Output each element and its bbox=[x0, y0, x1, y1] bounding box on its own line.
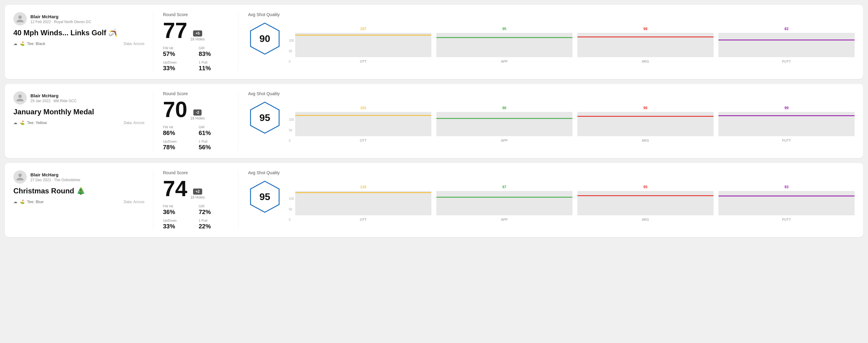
cloud-icon: ☁ bbox=[13, 41, 17, 46]
footer-row-1: ☁ ⛳ Tee: Black Data: Arccos bbox=[13, 41, 145, 46]
oneputt-value-3: 22% bbox=[199, 223, 229, 230]
score-badge-2: -2 18 Holes bbox=[190, 110, 205, 120]
y-label-0: 0 bbox=[289, 139, 294, 142]
gir-value-1: 83% bbox=[199, 51, 229, 58]
round-card-2: Blair McHarg 29 Jan 2022 · Mill Ride GCC… bbox=[5, 84, 863, 158]
round-left-3: Blair McHarg 27 Dec 2021 · The Oxfordshi… bbox=[13, 170, 153, 230]
bar-wrapper-putt bbox=[718, 112, 855, 136]
user-name-1: Blair McHarg bbox=[30, 14, 91, 19]
fw-hit-label-2: FW Hit bbox=[163, 125, 193, 129]
data-source-3: Data: Arccos bbox=[124, 200, 145, 204]
user-info-3: Blair McHarg 27 Dec 2021 · The Oxfordshi… bbox=[30, 172, 80, 182]
round-middle-3: Round Score 74 +2 18 Holes FW Hit 36% GI… bbox=[153, 170, 238, 230]
round-middle-2: Round Score 70 -2 18 Holes FW Hit 86% GI… bbox=[153, 91, 238, 151]
updown-item-3: Up/Down 33% bbox=[163, 219, 193, 230]
chart-value-ott: 110 bbox=[360, 185, 366, 189]
chart-col-arg: 96 ARG bbox=[577, 106, 714, 142]
data-source-2: Data: Arccos bbox=[124, 121, 145, 125]
bar-bg-app bbox=[436, 112, 572, 136]
score-number-2: 70 bbox=[163, 98, 187, 120]
hexagon-value-2: 95 bbox=[259, 112, 270, 123]
bar-wrapper-putt bbox=[718, 191, 855, 215]
chart-value-putt: 99 bbox=[784, 106, 788, 110]
bar-chart: 100 50 0 101 OTT 86 APP bbox=[289, 106, 855, 142]
y-label-0: 0 bbox=[289, 218, 294, 221]
fw-hit-value-2: 86% bbox=[163, 129, 193, 136]
y-label-50: 50 bbox=[289, 50, 294, 53]
score-row-1: 77 +5 18 Holes bbox=[163, 20, 228, 41]
chart-xlabel-putt: PUTT bbox=[782, 218, 791, 221]
hexagon-3: 95 bbox=[248, 180, 282, 214]
oneputt-label-1: 1 Putt bbox=[199, 61, 229, 64]
tee-label-3: Tee: Blue bbox=[27, 199, 43, 204]
oneputt-label-3: 1 Putt bbox=[199, 219, 229, 222]
y-axis: 100 50 0 bbox=[289, 197, 294, 221]
chart-value-app: 86 bbox=[502, 106, 506, 110]
fw-hit-item-2: FW Hit 86% bbox=[163, 125, 193, 136]
oneputt-label-2: 1 Putt bbox=[199, 139, 229, 143]
badge-pill-2: -2 bbox=[193, 110, 202, 116]
chart-value-putt: 82 bbox=[784, 27, 788, 31]
stats-grid-1: FW Hit 57% GIR 83% Up/Down 33% 1 Putt 11… bbox=[163, 46, 228, 72]
chart-xlabel-app: APP bbox=[501, 139, 508, 142]
chart-xlabel-ott: OTT bbox=[360, 139, 367, 142]
avatar-1 bbox=[13, 12, 27, 26]
chart-col-putt: 93 PUTT bbox=[718, 185, 855, 221]
badge-pill-1: +5 bbox=[193, 30, 202, 36]
chart-col-app: 87 APP bbox=[436, 185, 572, 221]
bar-bg-arg bbox=[577, 191, 714, 215]
bar-line-arg bbox=[577, 36, 714, 37]
chart-xlabel-arg: ARG bbox=[642, 139, 649, 142]
y-label-50: 50 bbox=[289, 208, 294, 211]
bar-bg-ott bbox=[295, 33, 431, 57]
y-label-100: 100 bbox=[289, 118, 294, 121]
y-label-0: 0 bbox=[289, 60, 294, 63]
tee-info-2: ☁ ⛳ Tee: Yellow bbox=[13, 120, 47, 125]
bar-wrapper-putt bbox=[718, 33, 855, 57]
y-label-100: 100 bbox=[289, 39, 294, 42]
chart-col-app: 95 APP bbox=[436, 27, 572, 63]
data-source-1: Data: Arccos bbox=[124, 42, 145, 46]
round-card-1: Blair McHarg 12 Feb 2022 · Royal North D… bbox=[5, 5, 863, 79]
bar-line-app bbox=[436, 197, 572, 198]
bar-line-app bbox=[436, 37, 572, 38]
y-axis: 100 50 0 bbox=[289, 118, 294, 142]
person-icon bbox=[16, 14, 24, 23]
y-label-100: 100 bbox=[289, 197, 294, 200]
bar-bg-putt bbox=[718, 191, 855, 215]
chart-col-putt: 99 PUTT bbox=[718, 106, 855, 142]
hexagon-value-3: 95 bbox=[259, 191, 270, 202]
bar-chart: 100 50 0 110 OTT 87 APP bbox=[289, 185, 855, 221]
chart-value-app: 87 bbox=[502, 185, 506, 189]
updown-label-3: Up/Down bbox=[163, 219, 193, 222]
chart-xlabel-arg: ARG bbox=[642, 60, 649, 63]
tee-info-1: ☁ ⛳ Tee: Black bbox=[13, 41, 45, 46]
gir-value-3: 72% bbox=[199, 209, 229, 216]
chart-value-arg: 98 bbox=[643, 27, 647, 31]
chart-value-ott: 107 bbox=[360, 27, 366, 31]
chart-xlabel-app: APP bbox=[501, 218, 508, 221]
chart-value-app: 95 bbox=[502, 27, 506, 31]
updown-label-1: Up/Down bbox=[163, 61, 193, 64]
hexagon-2: 95 bbox=[248, 101, 282, 134]
bar-line-arg bbox=[577, 195, 714, 196]
oneputt-value-1: 11% bbox=[199, 65, 229, 72]
bar-wrapper-app bbox=[436, 112, 572, 136]
oneputt-item-3: 1 Putt 22% bbox=[199, 219, 229, 230]
user-meta-3: 27 Dec 2021 · The Oxfordshire bbox=[30, 178, 80, 182]
bar-bg-ott bbox=[295, 191, 431, 215]
avatar-3 bbox=[13, 170, 27, 184]
chart-xlabel-ott: OTT bbox=[360, 60, 367, 63]
user-row-3: Blair McHarg 27 Dec 2021 · The Oxfordshi… bbox=[13, 170, 145, 184]
bar-line-putt bbox=[718, 39, 855, 40]
fw-hit-value-3: 36% bbox=[163, 209, 193, 216]
round-title-3: Christmas Round 🎄 bbox=[13, 187, 145, 195]
round-right-3: Avg Shot Quality 95 100 50 0 110 bbox=[238, 170, 855, 230]
bar-wrapper-app bbox=[436, 33, 572, 57]
bar-bg-app bbox=[436, 33, 572, 57]
bar-bg-putt bbox=[718, 33, 855, 57]
chart-col-app: 86 APP bbox=[436, 106, 572, 142]
fw-hit-label-3: FW Hit bbox=[163, 204, 193, 208]
bar-wrapper-ott bbox=[295, 112, 431, 136]
updown-label-2: Up/Down bbox=[163, 139, 193, 143]
